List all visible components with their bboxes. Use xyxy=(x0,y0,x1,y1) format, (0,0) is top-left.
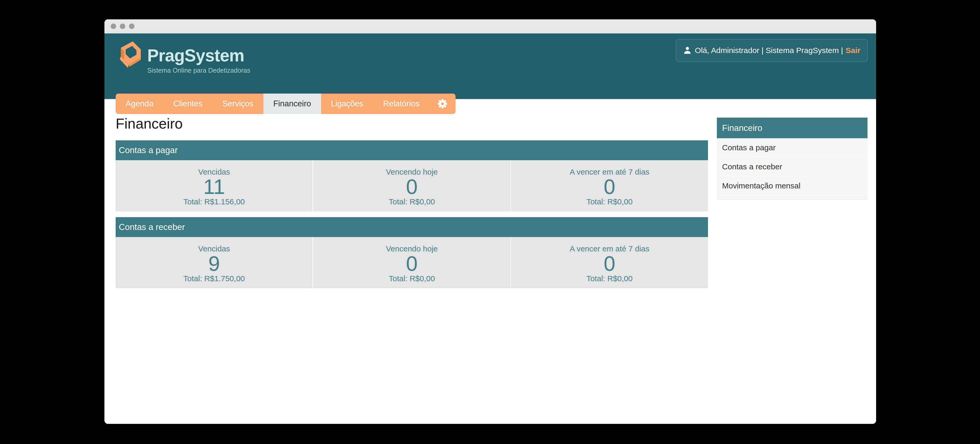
column-value: 0 xyxy=(604,176,616,197)
app-header: PragSystem Sistema Online para Dedetizad… xyxy=(104,34,876,99)
nav-tab-servicos[interactable]: Serviços xyxy=(213,94,263,114)
financeiro-sidebar: Financeiro Contas a pagar Contas a receb… xyxy=(717,118,867,200)
sidebar-item-contas-a-receber[interactable]: Contas a receber xyxy=(717,157,867,176)
logo: PragSystem Sistema Online para Dedetizad… xyxy=(116,40,250,74)
nav-tab-financeiro[interactable]: Financeiro xyxy=(263,94,321,114)
column-value: 0 xyxy=(406,253,418,274)
contas-a-receber-panel: Contas a receber Vencidas 9 Total: R$1.7… xyxy=(116,217,708,288)
vencidas-column: Vencidas 9 Total: R$1.750,00 xyxy=(116,237,312,288)
user-icon xyxy=(683,46,692,55)
panel-title: Contas a pagar xyxy=(116,141,708,160)
vencendo-hoje-column: Vencendo hoje 0 Total: R$0,00 xyxy=(312,160,510,211)
column-value: 0 xyxy=(406,176,418,197)
column-total: Total: R$1.750,00 xyxy=(183,274,245,283)
sidebar-footer xyxy=(717,195,867,200)
column-total: Total: R$1.156,00 xyxy=(183,197,245,206)
sidebar-item-movimentacao-mensal[interactable]: Movimentação mensal xyxy=(717,176,867,195)
a-vencer-column: A vencer em até 7 dias 0 Total: R$0,00 xyxy=(511,160,708,211)
column-value: 9 xyxy=(208,253,220,274)
nav-tab-relatorios[interactable]: Relatórios xyxy=(373,94,430,114)
sidebar-title: Financeiro xyxy=(717,118,867,138)
window-maximize-button[interactable] xyxy=(129,24,134,29)
user-info-box: Olá, Administrador | Sistema PragSystem … xyxy=(676,39,868,62)
logo-icon xyxy=(116,40,143,70)
user-greeting: Olá, Administrador | Sistema PragSystem … xyxy=(695,46,843,55)
column-value: 0 xyxy=(604,253,616,274)
window-titlebar xyxy=(104,19,876,34)
contas-a-pagar-panel: Contas a pagar Vencidas 11 Total: R$1.15… xyxy=(116,141,708,211)
column-value: 11 xyxy=(204,176,225,197)
column-total: Total: R$0,00 xyxy=(389,274,435,283)
vencidas-column: Vencidas 11 Total: R$1.156,00 xyxy=(116,160,312,211)
nav-tab-agenda[interactable]: Agenda xyxy=(116,94,164,114)
main-content: Financeiro Contas a pagar Vencidas 11 To… xyxy=(104,99,876,424)
panel-title: Contas a receber xyxy=(116,217,708,237)
column-total: Total: R$0,00 xyxy=(586,274,633,283)
window-close-button[interactable] xyxy=(111,24,116,29)
browser-window: PragSystem Sistema Online para Dedetizad… xyxy=(104,19,876,424)
main-nav: Agenda Clientes Serviços Financeiro Liga… xyxy=(116,94,455,114)
column-total: Total: R$0,00 xyxy=(389,197,435,206)
sidebar-item-contas-a-pagar[interactable]: Contas a pagar xyxy=(717,138,867,157)
window-minimize-button[interactable] xyxy=(120,24,125,29)
a-vencer-column: A vencer em até 7 dias 0 Total: R$0,00 xyxy=(511,237,708,288)
logout-link[interactable]: Sair xyxy=(846,46,861,55)
logo-subtitle: Sistema Online para Dedetizadoras xyxy=(147,67,250,74)
column-total: Total: R$0,00 xyxy=(586,197,633,206)
vencendo-hoje-column: Vencendo hoje 0 Total: R$0,00 xyxy=(312,237,510,288)
nav-tab-ligacoes[interactable]: Ligações xyxy=(321,94,373,114)
gear-icon xyxy=(437,99,448,109)
nav-tab-settings[interactable] xyxy=(430,94,455,114)
logo-title: PragSystem xyxy=(147,46,250,65)
nav-tab-clientes[interactable]: Clientes xyxy=(164,94,213,114)
